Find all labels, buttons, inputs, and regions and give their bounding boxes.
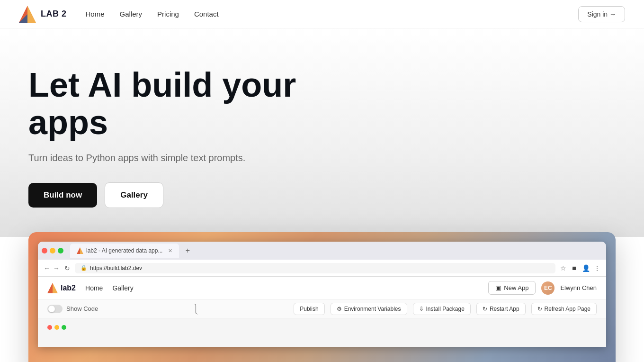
svg-marker-3	[77, 247, 80, 254]
browser-toolbar-right: ☆ ◾ 👤 ⋮	[560, 264, 600, 272]
browser-chrome: lab2 - AI generated data app... ✕ + ← → …	[38, 242, 606, 347]
nav-link-home[interactable]: Home	[86, 10, 105, 18]
app-header-right: ▣ New App EC Elwynn Chen	[488, 281, 597, 295]
hero-section: Let AI build your apps Turn ideas to Pyt…	[0, 28, 644, 237]
toggle-switch[interactable]	[47, 305, 63, 313]
canvas-tl-green	[62, 325, 66, 330]
gallery-button[interactable]: Gallery	[105, 182, 163, 208]
new-app-button[interactable]: ▣ New App	[488, 281, 536, 295]
canvas-tl-red	[47, 325, 52, 330]
user-avatar: EC	[541, 281, 555, 295]
logo-icon	[19, 6, 36, 23]
browser-tab[interactable]: lab2 - AI generated data app... ✕	[70, 244, 179, 258]
traffic-light-red[interactable]	[42, 248, 47, 253]
extensions-icon[interactable]: ◾	[570, 264, 578, 272]
svg-marker-1	[27, 6, 36, 23]
traffic-light-yellow[interactable]	[50, 248, 55, 253]
refresh-page-button[interactable]: ↻ Refresh App Page	[531, 303, 597, 315]
install-package-button[interactable]: ⇩ Install Package	[413, 303, 471, 315]
svg-marker-6	[53, 283, 58, 293]
nav-link-contact[interactable]: Contact	[194, 10, 219, 18]
url-text: https://build.lab2.dev	[90, 265, 142, 272]
back-icon[interactable]: ←	[44, 264, 50, 272]
refresh-icon[interactable]: ↻	[64, 264, 70, 272]
new-app-label: New App	[504, 284, 528, 291]
browser-section: lab2 - AI generated data app... ✕ + ← → …	[0, 232, 644, 362]
navbar: LAB 2 Home Gallery Pricing Contact Sign …	[0, 0, 644, 28]
refresh-page-label: Refresh App Page	[545, 306, 590, 312]
app-nav-gallery[interactable]: Gallery	[112, 284, 133, 292]
restart-label: Restart App	[490, 306, 519, 312]
svg-marker-4	[80, 247, 83, 254]
publish-button[interactable]: Publish	[294, 303, 324, 315]
nav-links: Home Gallery Pricing Contact	[86, 10, 579, 18]
tab-favicon	[77, 247, 83, 254]
traffic-light-green[interactable]	[58, 248, 63, 253]
star-icon[interactable]: ☆	[560, 264, 566, 272]
browser-address-bar: ← → ↻ 🔒 https://build.lab2.dev ☆ ◾ 👤 ⋮	[38, 260, 606, 277]
app-nav-links: Home Gallery	[85, 284, 134, 292]
svg-marker-5	[47, 283, 53, 293]
app-toolbar-right: Publish ⚙ Environment Variables ⇩ Instal…	[294, 303, 597, 315]
profile-icon[interactable]: 👤	[582, 264, 590, 272]
settings-icon: ⚙	[337, 306, 342, 312]
nav-link-gallery[interactable]: Gallery	[120, 10, 143, 18]
tab-close-icon[interactable]: ✕	[168, 248, 172, 254]
browser-wrapper: lab2 - AI generated data app... ✕ + ← → …	[28, 232, 616, 362]
browser-tab-bar: lab2 - AI generated data app... ✕ +	[38, 242, 606, 260]
new-tab-button[interactable]: +	[182, 245, 193, 256]
restart-app-button[interactable]: ↻ Restart App	[476, 303, 526, 315]
canvas-tl-yellow	[54, 325, 59, 330]
browser-background: lab2 - AI generated data app... ✕ + ← → …	[28, 232, 616, 362]
forward-icon[interactable]: →	[53, 264, 60, 272]
hero-buttons: Build now Gallery	[28, 182, 616, 208]
show-code-label: Show Code	[66, 305, 98, 312]
refresh-page-icon: ↻	[537, 306, 542, 312]
lock-icon: 🔒	[80, 265, 87, 271]
browser-nav-arrows: ← →	[44, 264, 60, 272]
text-cursor-icon: ⎱	[193, 303, 199, 315]
env-vars-label: Environment Variables	[344, 306, 401, 312]
tab-label: lab2 - AI generated data app...	[86, 247, 162, 254]
logo-area[interactable]: LAB 2	[19, 6, 67, 23]
app-logo-text: lab2	[61, 284, 76, 292]
logo-text: LAB 2	[41, 9, 67, 19]
url-bar[interactable]: 🔒 https://build.lab2.dev	[75, 263, 555, 273]
download-icon: ⇩	[419, 306, 424, 312]
hero-title: Let AI build your apps	[28, 66, 360, 141]
install-pkg-label: Install Package	[426, 306, 465, 312]
nav-link-pricing[interactable]: Pricing	[157, 10, 179, 18]
app-nav-home[interactable]: Home	[85, 284, 103, 292]
menu-icon[interactable]: ⋮	[594, 264, 600, 272]
hero-subtitle: Turn ideas to Python apps with simple te…	[28, 153, 616, 163]
app-logo-icon	[47, 283, 58, 293]
env-vars-button[interactable]: ⚙ Environment Variables	[331, 303, 407, 315]
app-toolbar: Show Code ⎱ Publish ⚙ Environment Variab…	[38, 299, 606, 318]
sign-in-button[interactable]: Sign in →	[578, 6, 625, 22]
app-header: lab2 Home Gallery ▣ New App EC Elwynn Ch…	[38, 277, 606, 299]
app-canvas	[38, 318, 606, 347]
show-code-toggle[interactable]: Show Code	[47, 305, 98, 313]
restart-icon: ↻	[483, 306, 487, 312]
user-name-label: Elwynn Chen	[560, 284, 597, 291]
new-app-icon: ▣	[495, 284, 501, 291]
window-traffic-lights	[42, 248, 63, 253]
canvas-traffic-lights	[47, 325, 66, 330]
build-now-button[interactable]: Build now	[28, 183, 97, 208]
app-logo-area[interactable]: lab2	[47, 283, 76, 293]
